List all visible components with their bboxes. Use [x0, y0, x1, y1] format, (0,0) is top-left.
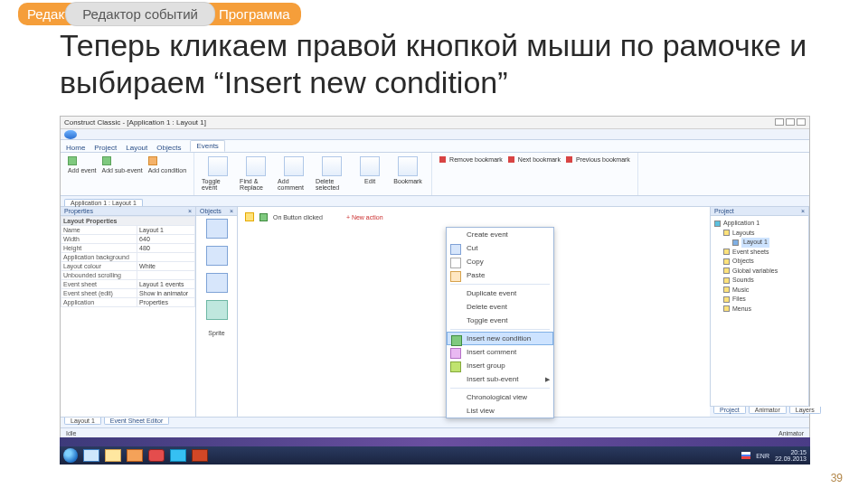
opera-icon[interactable] — [148, 449, 165, 462]
prev-bookmark-icon[interactable] — [566, 156, 572, 163]
ribbon-tab-project[interactable]: Project — [94, 144, 117, 152]
tree-node[interactable]: Global variables — [714, 267, 805, 277]
group-icon — [450, 361, 461, 372]
edit-icon[interactable] — [360, 156, 380, 176]
add-event-icon[interactable] — [68, 156, 77, 165]
tab-eventsheet[interactable]: Event Sheet Editor — [104, 418, 169, 425]
menu-item[interactable]: Toggle event — [447, 314, 553, 327]
system-tray[interactable]: ENR 20:15 22.09.2013 — [741, 449, 807, 462]
panel-close-icon[interactable]: × — [188, 208, 192, 214]
tab-animator[interactable]: Animator — [749, 407, 787, 414]
menu-item[interactable]: Cut — [447, 241, 553, 255]
tree-node[interactable]: Layouts — [714, 229, 805, 239]
event-row[interactable]: On Button clicked + New action — [245, 212, 703, 221]
ribbon-tabs[interactable]: Home Project Layout Objects Events — [61, 140, 809, 153]
ribbon-tab-events[interactable]: Events — [190, 140, 224, 152]
menu-item[interactable]: Insert comment — [447, 345, 553, 359]
menu-item[interactable]: Paste — [447, 268, 553, 282]
context-menu[interactable]: Create eventCutCopyPasteDuplicate eventD… — [446, 227, 554, 418]
menu-item[interactable]: Delete event — [447, 300, 553, 314]
windows-taskbar[interactable]: ENR 20:15 22.09.2013 — [60, 446, 810, 465]
menu-item[interactable]: Insert group — [447, 359, 553, 372]
doc-tab[interactable]: Application 1 : Layout 1 — [64, 199, 143, 206]
app-orb-icon[interactable] — [64, 130, 77, 139]
add-comment-label: Add comment — [278, 178, 310, 191]
tree-label: Global variables — [732, 267, 778, 274]
add-condition-icon[interactable] — [148, 156, 157, 165]
tree-node[interactable]: Objects — [714, 257, 805, 267]
project-bottom-tabs[interactable]: Project Animator Layers — [710, 406, 809, 417]
panel-close-icon[interactable]: × — [801, 208, 805, 214]
menu-item[interactable]: Insert sub-event▶ — [447, 372, 553, 386]
menu-item-label: Cut — [467, 244, 477, 252]
ribbon-tab-layout[interactable]: Layout — [126, 144, 147, 152]
editor-bottom-tabs[interactable]: Layout 1 Event Sheet Editor — [61, 417, 809, 427]
menu-item[interactable]: Chronological view — [447, 390, 553, 404]
tree-node[interactable]: Layout 1 — [714, 238, 805, 248]
menu-item[interactable]: Create event — [447, 228, 553, 241]
menu-item[interactable]: Duplicate event — [447, 286, 553, 300]
ribbon-tab-objects[interactable]: Objects — [156, 144, 181, 152]
min-icon[interactable] — [775, 118, 784, 126]
start-button-icon[interactable] — [63, 448, 78, 463]
skype-icon[interactable] — [170, 449, 186, 462]
object-item[interactable] — [206, 300, 228, 320]
explorer-icon[interactable] — [105, 449, 121, 462]
prop-color-val[interactable]: White — [137, 262, 195, 271]
prop-name-val[interactable]: Layout 1 — [137, 226, 195, 235]
toggle-event-icon[interactable] — [208, 156, 228, 176]
object-item[interactable] — [206, 273, 228, 293]
menu-item[interactable]: Insert new condition — [447, 332, 553, 345]
tray-lang[interactable]: ENR — [756, 453, 769, 459]
bookmark-icon[interactable] — [398, 156, 418, 176]
remove-bookmark-icon[interactable] — [439, 156, 446, 163]
object-item[interactable] — [206, 246, 228, 266]
tree-icon — [723, 249, 730, 255]
tree-node[interactable]: Menus — [714, 305, 805, 314]
firefox-icon[interactable] — [127, 449, 143, 462]
prop-appbg-val[interactable] — [137, 253, 195, 262]
tab-layout[interactable]: Layout 1 — [64, 418, 101, 425]
tree-node[interactable]: Music — [714, 286, 805, 296]
menu-item[interactable]: Copy — [447, 255, 553, 268]
tab-project[interactable]: Project — [713, 407, 746, 414]
add-subevent-icon[interactable] — [102, 156, 111, 165]
next-bookmark-icon[interactable] — [508, 156, 514, 163]
menu-item-label: Delete event — [467, 303, 507, 311]
tree-label: Music — [732, 286, 749, 293]
object-item[interactable] — [206, 219, 228, 239]
menu-item-label: Copy — [467, 258, 484, 266]
delete-selected-icon[interactable] — [322, 156, 342, 176]
ie-icon[interactable] — [83, 449, 99, 462]
tree-label: Layouts — [732, 230, 755, 236]
powerpoint-icon[interactable] — [192, 449, 208, 462]
menu-item[interactable]: List view — [447, 404, 553, 418]
tree-node[interactable]: Sounds — [714, 276, 805, 286]
tab-active[interactable]: Редактор событий — [65, 2, 215, 26]
prop-width-val[interactable]: 640 — [137, 235, 195, 244]
tab-layers[interactable]: Layers — [789, 407, 821, 414]
find-replace-icon[interactable] — [246, 156, 266, 176]
menu-item-label: Duplicate event — [467, 289, 516, 297]
prop-height-val[interactable]: 480 — [137, 244, 195, 253]
prop-unbounded-val[interactable] — [137, 271, 195, 280]
prop-edit-val[interactable]: Show in animator — [137, 289, 195, 298]
prop-eventsheet-val[interactable]: Layout 1 events — [137, 280, 195, 289]
tree-node[interactable]: Files — [714, 295, 805, 305]
document-tabs[interactable]: Application 1 : Layout 1 — [61, 196, 809, 207]
properties-grid[interactable]: Layout Properties NameLayout 1 Width640 … — [61, 216, 195, 307]
prop-app-val[interactable]: Properties — [137, 298, 195, 307]
tree-icon — [723, 286, 730, 293]
add-comment-icon[interactable] — [284, 156, 304, 176]
flag-icon[interactable] — [741, 452, 750, 459]
tree-node[interactable]: Application 1 — [714, 219, 805, 229]
ribbon-tab-home[interactable]: Home — [66, 144, 85, 152]
event-canvas[interactable]: On Button clicked + New action Create ev… — [238, 207, 710, 417]
panel-close-icon[interactable]: × — [230, 208, 233, 214]
max-icon[interactable] — [786, 118, 795, 126]
project-tree[interactable]: Application 1LayoutsLayout 1Event sheets… — [711, 216, 808, 316]
window-buttons[interactable] — [773, 118, 806, 127]
close-icon[interactable] — [797, 118, 806, 126]
add-action-link[interactable]: + New action — [346, 214, 383, 221]
tree-node[interactable]: Event sheets — [714, 248, 805, 258]
